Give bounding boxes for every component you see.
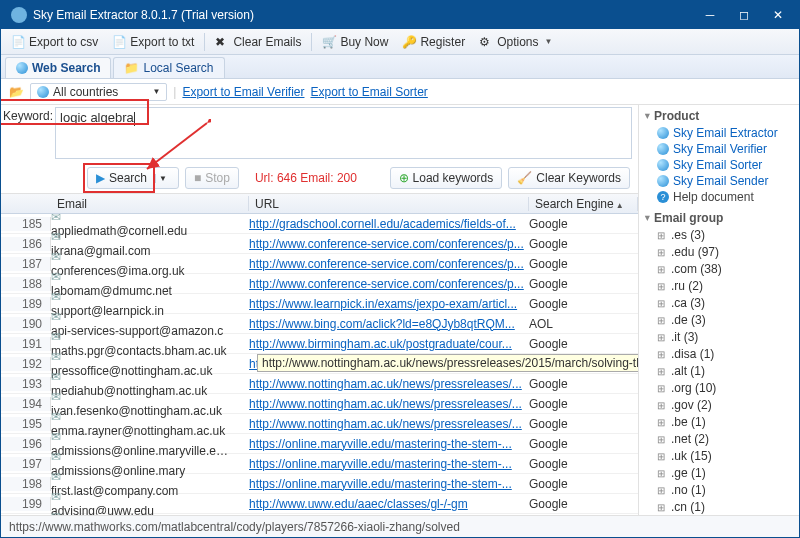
col-engine[interactable]: Search Engine▲ [529,197,638,211]
tree-item[interactable]: .ca (3) [645,295,793,312]
maximize-button[interactable]: ◻ [727,1,761,29]
folder-open-icon[interactable]: 📂 [9,85,24,99]
status-text: Url: 646 Email: 200 [255,171,384,185]
clear-keywords-button[interactable]: 🧹Clear Keywords [508,167,630,189]
tree-item[interactable]: .edu (97) [645,244,793,261]
title-bar: Sky Email Extractor 8.0.1.7 (Trial versi… [1,1,799,29]
export-icon: 📄 [11,35,25,49]
minimize-button[interactable]: ─ [693,1,727,29]
grid-header: Email URL Search Engine▲ [1,194,638,214]
product-link[interactable]: Sky Email Extractor [645,125,793,141]
tree-item[interactable]: .it (3) [645,329,793,346]
tree-item[interactable]: .no (1) [645,482,793,499]
cart-icon: 🛒 [322,35,336,49]
main-toolbar: 📄Export to csv 📄Export to txt ✖Clear Ema… [1,29,799,55]
url-tooltip: http://www.nottingham.ac.uk/news/pressre… [257,354,638,372]
window-title: Sky Email Extractor 8.0.1.7 (Trial versi… [33,8,693,22]
tree-item[interactable]: .gov (2) [645,397,793,414]
export-csv-button[interactable]: 📄Export to csv [5,33,104,51]
app-icon [11,7,27,23]
country-selector[interactable]: All countries▼ [30,83,167,101]
help-document[interactable]: ?Help document [645,189,793,205]
register-button[interactable]: 🔑Register [396,33,471,51]
table-row[interactable]: 200✉ enquiries@math.canterbury.ac.nzhttp… [1,514,638,515]
play-icon: ▶ [96,171,105,185]
clear-emails-button[interactable]: ✖Clear Emails [209,33,307,51]
status-url: https://www.mathworks.com/matlabcentral/… [9,520,460,534]
load-keywords-button[interactable]: ⊕Load keywords [390,167,503,189]
tree-item[interactable]: .cn (1) [645,499,793,515]
export-icon: 📄 [112,35,126,49]
results-grid: Email URL Search Engine▲ 185✉ appliedmat… [1,193,638,515]
tab-local-search[interactable]: 📁Local Search [113,57,224,78]
stop-icon: ■ [194,171,201,185]
product-link[interactable]: Sky Email Sorter [645,157,793,173]
close-button[interactable]: ✕ [761,1,795,29]
stop-button[interactable]: ■Stop [185,167,239,189]
clear-icon: ✖ [215,35,229,49]
tree-item[interactable]: .ru (2) [645,278,793,295]
col-url[interactable]: URL [249,197,529,211]
tree-item[interactable]: .alt (1) [645,363,793,380]
product-header[interactable]: Product [645,109,793,123]
buy-now-button[interactable]: 🛒Buy Now [316,33,394,51]
email-group-header[interactable]: Email group [645,211,793,225]
tab-bar: Web Search 📁Local Search [1,55,799,79]
options-button[interactable]: ⚙Options▼ [473,33,558,51]
key-icon: 🔑 [402,35,416,49]
tree-item[interactable]: .de (3) [645,312,793,329]
keyword-label: Keyword: [1,105,55,127]
plus-icon: ⊕ [399,171,409,185]
help-icon: ? [657,191,669,203]
clear-icon: 🧹 [517,171,532,185]
export-sorter-link[interactable]: Export to Email Sorter [310,85,427,99]
tree-item[interactable]: .uk (15) [645,448,793,465]
tree-item[interactable]: .ge (1) [645,465,793,482]
tree-item[interactable]: .be (1) [645,414,793,431]
tree-item[interactable]: .org (10) [645,380,793,397]
product-link[interactable]: Sky Email Sender [645,173,793,189]
tab-web-search[interactable]: Web Search [5,57,111,78]
tree-item[interactable]: .es (3) [645,227,793,244]
search-button[interactable]: ▶Search▼ [87,167,179,189]
gear-icon: ⚙ [479,35,493,49]
folder-icon: 📁 [124,61,139,75]
globe-icon [16,62,28,74]
keyword-input[interactable]: logic algebra [55,107,632,159]
sub-toolbar: 📂 All countries▼ | Export to Email Verif… [1,79,799,105]
export-verifier-link[interactable]: Export to Email Verifier [182,85,304,99]
product-link[interactable]: Sky Email Verifier [645,141,793,157]
globe-icon [37,86,49,98]
tree-item[interactable]: .disa (1) [645,346,793,363]
col-email[interactable]: Email [51,196,249,211]
export-txt-button[interactable]: 📄Export to txt [106,33,200,51]
tree-item[interactable]: .net (2) [645,431,793,448]
tree-item[interactable]: .com (38) [645,261,793,278]
status-bar: https://www.mathworks.com/matlabcentral/… [1,515,799,537]
